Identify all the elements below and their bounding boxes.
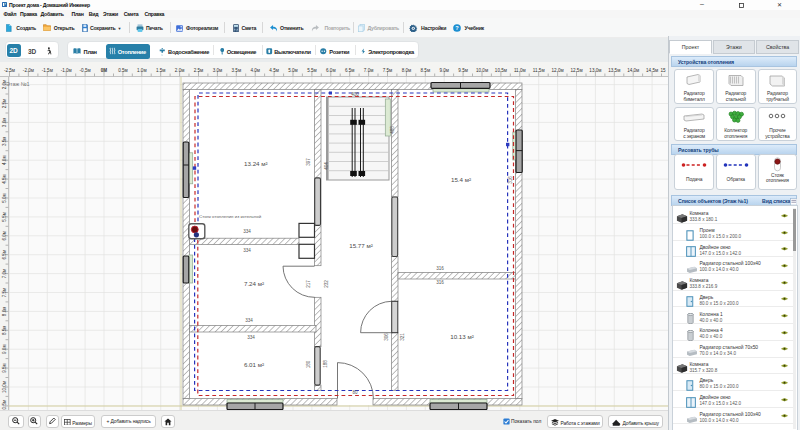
svg-text:12.5м: 12.5м <box>570 68 582 73</box>
svg-text:10.13 м²: 10.13 м² <box>450 333 474 340</box>
svg-text:7.0м: 7.0м <box>2 269 7 279</box>
svg-text:11.0м: 11.0м <box>514 68 526 73</box>
svg-text:0.5м: 0.5м <box>118 68 128 73</box>
svg-text:?: ? <box>455 25 459 31</box>
svg-text:10.5м: 10.5м <box>2 400 7 410</box>
svg-text:13.0м: 13.0м <box>589 68 601 73</box>
svg-text:316: 316 <box>436 266 444 271</box>
svg-text:10.0м: 10.0м <box>2 381 7 393</box>
svg-text:-2.5м: -2.5м <box>4 68 15 73</box>
svg-text:5.0м: 5.0м <box>2 193 7 203</box>
svg-text:404: 404 <box>324 162 329 170</box>
svg-text:3.0м: 3.0м <box>2 118 7 128</box>
svg-text:4.0м: 4.0м <box>2 155 7 165</box>
svg-text:321: 321 <box>400 333 405 341</box>
svg-text:14.0м: 14.0м <box>627 68 639 73</box>
svg-text:10.0м: 10.0м <box>476 68 488 73</box>
svg-text:80: 80 <box>352 390 358 395</box>
svg-text:4.0м: 4.0м <box>250 68 260 73</box>
svg-text:-1.0м: -1.0м <box>61 68 72 73</box>
svg-text:9.5м: 9.5м <box>458 68 468 73</box>
svg-text:9.5м: 9.5м <box>2 363 7 373</box>
svg-text:14.5м: 14.5м <box>646 68 658 73</box>
svg-text:334: 334 <box>243 248 251 253</box>
svg-text:306: 306 <box>384 333 389 341</box>
svg-text:334: 334 <box>245 318 253 323</box>
svg-text:5.5м: 5.5м <box>307 68 317 73</box>
svg-text:13.5м: 13.5м <box>608 68 620 73</box>
svg-text:6.5м: 6.5м <box>2 250 7 260</box>
svg-text:232: 232 <box>324 280 329 288</box>
svg-text:15.77 м²: 15.77 м² <box>349 242 373 249</box>
svg-text:11.5м: 11.5м <box>533 68 545 73</box>
svg-text:7.5м: 7.5м <box>2 288 7 298</box>
svg-text:15.4 м²: 15.4 м² <box>451 176 471 183</box>
svg-text:180: 180 <box>306 360 311 368</box>
svg-text:8.5м: 8.5м <box>421 68 431 73</box>
svg-text:316: 316 <box>508 176 513 184</box>
svg-text:6.0м: 6.0м <box>326 68 336 73</box>
svg-text:488: 488 <box>390 126 395 134</box>
svg-text:15: 15 <box>660 68 666 73</box>
svg-text:2.0м: 2.0м <box>175 68 185 73</box>
svg-text:334: 334 <box>247 335 255 340</box>
svg-text:188: 188 <box>323 360 328 368</box>
svg-text:3.0м: 3.0м <box>213 68 223 73</box>
svg-text:12.0м: 12.0м <box>552 68 564 73</box>
svg-text:6.01 м²: 6.01 м² <box>244 361 264 368</box>
svg-text:-0.5м: -0.5м <box>80 68 91 73</box>
svg-text:9.0м: 9.0м <box>2 344 7 354</box>
svg-text:5.0м: 5.0м <box>288 68 298 73</box>
svg-text:4.5м: 4.5м <box>2 174 7 184</box>
svg-text:4.5м: 4.5м <box>269 68 279 73</box>
svg-text:-1.5м: -1.5м <box>42 68 53 73</box>
svg-text:2.5м: 2.5м <box>2 99 7 109</box>
svg-text:3.5м: 3.5м <box>232 68 242 73</box>
svg-text:7.24 м²: 7.24 м² <box>244 280 264 287</box>
svg-text:-2.0м: -2.0м <box>23 68 34 73</box>
svg-text:1.5м: 1.5м <box>156 68 166 73</box>
svg-text:8.5м: 8.5м <box>2 326 7 336</box>
svg-text:316: 316 <box>436 280 444 285</box>
svg-text:400: 400 <box>351 92 359 97</box>
svg-text:217: 217 <box>306 280 311 288</box>
svg-text:10.5м: 10.5м <box>495 68 507 73</box>
svg-text:9.0м: 9.0м <box>439 68 449 73</box>
svg-text:397: 397 <box>306 158 311 166</box>
svg-text:8.0м: 8.0м <box>402 68 412 73</box>
svg-text:Стояк отопления из котельной: Стояк отопления из котельной <box>199 214 262 219</box>
svg-text:3.5м: 3.5м <box>2 137 7 147</box>
svg-text:6.0м: 6.0м <box>2 231 7 241</box>
svg-text:Этаж №1: Этаж №1 <box>6 81 30 87</box>
svg-text:13.24 м²: 13.24 м² <box>244 160 268 167</box>
svg-text:334: 334 <box>243 229 251 234</box>
svg-text:6.5м: 6.5м <box>345 68 355 73</box>
svg-text:8.0м: 8.0м <box>2 307 7 317</box>
svg-text:7.5м: 7.5м <box>383 68 393 73</box>
svg-text:0М: 0М <box>101 68 108 73</box>
svg-text:2.5м: 2.5м <box>194 68 204 73</box>
svg-text:1.0м: 1.0м <box>137 68 147 73</box>
svg-text:5.5м: 5.5м <box>2 212 7 222</box>
svg-text:7.0м: 7.0м <box>364 68 374 73</box>
